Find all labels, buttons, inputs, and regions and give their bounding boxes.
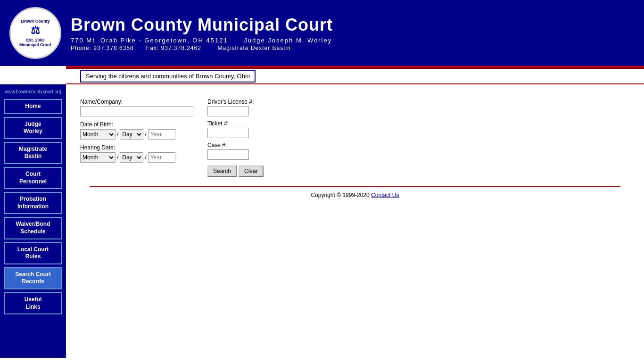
dob-date-selects: Month JanuaryFebruaryMarch AprilMayJune … <box>80 129 193 140</box>
search-button[interactable]: Search <box>207 165 237 177</box>
content-area: Name/Company: Date of Birth: Month Janua… <box>66 84 644 358</box>
sidebar-item-magistrate-bastin[interactable]: MagistrateBastin <box>4 142 62 164</box>
ticket-label: Ticket #: <box>207 120 264 127</box>
name-label: Name/Company: <box>80 99 193 105</box>
case-field-group: Case #: <box>207 142 264 160</box>
ticket-field-group: Ticket #: <box>207 120 264 138</box>
dob-field-group: Date of Birth: Month JanuaryFebruaryMarc… <box>80 121 193 140</box>
hearing-sep-2: / <box>145 154 146 161</box>
drivers-license-label: Driver's License #: <box>207 99 264 105</box>
sidebar-item-useful-links[interactable]: UsefulLinks <box>4 292 62 314</box>
sidebar-website: www.browncountycourt.org <box>4 89 62 94</box>
sidebar-item-local-court-rules[interactable]: Local CourtRules <box>4 242 62 264</box>
scales-icon: ⚖ <box>31 25 40 37</box>
dob-month-select[interactable]: Month JanuaryFebruaryMarch AprilMayJune … <box>80 129 116 140</box>
sub-banner: Serving the citizens and communities of … <box>0 69 644 83</box>
sidebar: www.browncountycourt.org Home JudgeWorle… <box>0 84 66 358</box>
search-form: Name/Company: Date of Birth: Month Janua… <box>80 99 630 177</box>
page-footer: Copyright © 1999-2020 Contact Us <box>90 186 620 203</box>
main-layout: www.browncountycourt.org Home JudgeWorle… <box>0 84 644 358</box>
form-left: Name/Company: Date of Birth: Month Janua… <box>80 99 193 163</box>
sidebar-item-judge-worley[interactable]: JudgeWorley <box>4 117 62 139</box>
hearing-date-selects: Month JanuaryFebruaryMarch AprilMayJune … <box>80 152 193 163</box>
sidebar-item-waiver-bond-schedule[interactable]: Waiver/BondSchedule <box>4 217 62 239</box>
header-phone: Phone: 937.378.6358 Fax: 937.378.2462 Ma… <box>71 45 639 51</box>
sidebar-item-probation-information[interactable]: ProbationInformation <box>4 192 62 214</box>
form-right: Driver's License #: Ticket #: Case #: Se… <box>207 99 264 177</box>
court-title: Brown County Municipal Court <box>71 15 639 35</box>
contact-us-link[interactable]: Contact Us <box>371 192 399 198</box>
hearing-field-group: Hearing Date: Month JanuaryFebruaryMarch… <box>80 144 193 163</box>
dob-day-select[interactable]: Day 1234 5678 9101112 13141516 17181920 … <box>120 129 143 140</box>
case-input[interactable] <box>207 149 249 160</box>
name-field-group: Name/Company: <box>80 99 193 116</box>
copyright-text: Copyright © 1999-2020 <box>311 192 370 198</box>
banner-text: Serving the citizens and communities of … <box>80 70 256 82</box>
name-input[interactable] <box>80 106 193 116</box>
drivers-license-input[interactable] <box>207 106 249 116</box>
hearing-label: Hearing Date: <box>80 144 193 151</box>
court-logo: Brown County ⚖ Est. 2003 Municipal Court <box>9 7 61 59</box>
sidebar-item-home[interactable]: Home <box>4 99 62 114</box>
dob-sep-2: / <box>145 131 146 138</box>
hearing-sep-1: / <box>117 154 118 161</box>
logo-bottom-text: Municipal Court <box>19 42 51 47</box>
header-address: 770 Mt. Orab Pike - Georgetown, OH 45121… <box>71 37 639 44</box>
dob-label: Date of Birth: <box>80 121 193 128</box>
logo-est-text: Est. 2003 <box>26 38 44 42</box>
header-text: Brown County Municipal Court 770 Mt. Ora… <box>66 15 639 51</box>
sidebar-item-search-court-records[interactable]: Search CourtRecords <box>4 267 62 289</box>
dob-sep-1: / <box>117 131 118 138</box>
hearing-month-select[interactable]: Month JanuaryFebruaryMarch AprilMayJune … <box>80 152 116 163</box>
hearing-day-select[interactable]: Day 1234 5678 9101112 13141516 17181920 … <box>120 152 143 163</box>
sidebar-item-court-personnel[interactable]: CourtPersonnel <box>4 167 62 189</box>
ticket-input[interactable] <box>207 128 249 138</box>
clear-button[interactable]: Clear <box>239 165 264 177</box>
page-header: Brown County ⚖ Est. 2003 Municipal Court… <box>0 0 644 66</box>
hearing-year-input[interactable] <box>148 152 175 163</box>
logo-top-text: Brown County <box>21 19 50 24</box>
logo-area: Brown County ⚖ Est. 2003 Municipal Court <box>5 7 66 59</box>
buttons-row: Search Clear <box>207 165 264 177</box>
dob-year-input[interactable] <box>148 129 175 140</box>
drivers-license-field-group: Driver's License #: <box>207 99 264 116</box>
case-label: Case #: <box>207 142 264 148</box>
